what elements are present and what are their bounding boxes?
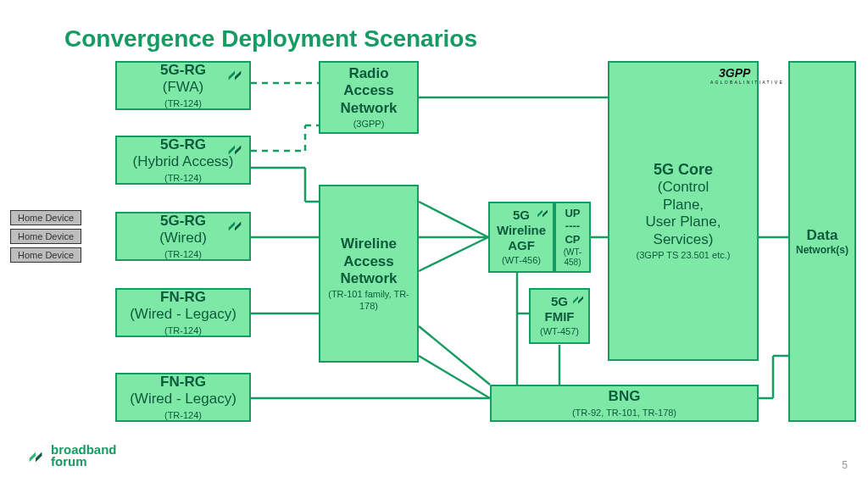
box-5g-rg-fwa: 5G-RG (FWA) (TR-124) bbox=[115, 61, 251, 110]
label: UP bbox=[565, 207, 580, 220]
label: BNG bbox=[609, 388, 641, 405]
box-ran: Radio Access Network (3GPP) bbox=[319, 61, 419, 134]
logo-broadband-forum: broadband forum bbox=[27, 444, 117, 467]
label: 5G bbox=[513, 208, 530, 223]
label: User Plane, bbox=[646, 214, 721, 230]
box-fn-rg-1: FN-RG (Wired - Legacy) (TR-124) bbox=[115, 288, 251, 337]
label: Data bbox=[807, 227, 838, 244]
arrow-icon bbox=[225, 217, 244, 236]
label: (WT-458) bbox=[556, 247, 589, 268]
label: Network bbox=[340, 100, 397, 117]
label: Services) bbox=[654, 231, 714, 248]
label: (3GPP) bbox=[353, 119, 385, 130]
label: Network(s) bbox=[796, 244, 849, 256]
label: 5G-RG bbox=[160, 62, 206, 79]
label: (TR-124) bbox=[164, 249, 202, 260]
svg-line-14 bbox=[419, 326, 490, 385]
label: Radio bbox=[348, 65, 388, 82]
label: AGF bbox=[508, 238, 535, 253]
page-title: Convergence Deployment Scenarios bbox=[64, 25, 477, 53]
box-5g-rg-hybrid: 5G-RG (Hybrid Access) (TR-124) bbox=[115, 136, 251, 185]
label: (TR-124) bbox=[164, 410, 202, 421]
label: (TR-92, TR-101, TR-178) bbox=[572, 408, 676, 419]
label: (TR-101 family, TR-178) bbox=[320, 289, 417, 311]
home-device-1: Home Device bbox=[10, 210, 81, 225]
box-fn-rg-2: FN-RG (Wired - Legacy) (TR-124) bbox=[115, 373, 251, 422]
box-up-cp: UP ---- CP (WT-458) bbox=[554, 202, 591, 273]
label: Plane, bbox=[663, 197, 704, 214]
label: FN-RG bbox=[160, 374, 206, 391]
home-device-2: Home Device bbox=[10, 229, 81, 244]
box-data-networks: Data Network(s) bbox=[788, 61, 856, 422]
arrow-icon bbox=[225, 141, 244, 159]
label: 5G-RG bbox=[160, 213, 206, 230]
box-5g-rg-wired: 5G-RG (Wired) (TR-124) bbox=[115, 212, 251, 261]
label: 5G bbox=[551, 294, 568, 309]
box-wireline-access: Wireline Access Network (TR-101 family, … bbox=[319, 185, 419, 363]
label: (Hybrid Access) bbox=[132, 153, 233, 170]
page-number: 5 bbox=[842, 459, 848, 471]
svg-line-5 bbox=[419, 202, 488, 237]
arrow-icon bbox=[570, 292, 586, 308]
arrow-icon bbox=[225, 66, 244, 85]
label: ---- bbox=[565, 219, 580, 233]
label: (Wired - Legacy) bbox=[130, 306, 236, 323]
label: (TR-124) bbox=[164, 173, 202, 184]
label: (WT-457) bbox=[540, 326, 579, 337]
label: (3GPP TS 23.501 etc.) bbox=[637, 250, 731, 261]
label: Wireline bbox=[497, 223, 546, 238]
label: 5G-RG bbox=[160, 136, 206, 153]
label: (Control bbox=[658, 179, 709, 196]
box-agf: 5G Wireline AGF (WT-456) bbox=[488, 202, 554, 273]
arrow-icon bbox=[27, 446, 46, 465]
label: (WT-456) bbox=[502, 255, 541, 266]
label: 5G Core bbox=[654, 161, 713, 180]
label: (Wired - Legacy) bbox=[130, 391, 236, 408]
label: (FWA) bbox=[163, 79, 203, 96]
box-fmif: 5G FMIF (WT-457) bbox=[529, 288, 590, 344]
label: CP bbox=[565, 233, 580, 247]
home-device-3: Home Device bbox=[10, 247, 81, 263]
label: (TR-124) bbox=[164, 325, 202, 336]
label: (Wired) bbox=[159, 230, 207, 247]
label: Access bbox=[343, 82, 394, 99]
arrow-icon bbox=[535, 206, 550, 221]
label: FMIF bbox=[545, 309, 575, 324]
label: Wireline bbox=[341, 236, 397, 252]
box-bng: BNG (TR-92, TR-101, TR-178) bbox=[490, 385, 759, 422]
logo-3gpp-subtitle: A G L O B A L I N I T I A T I V E bbox=[710, 80, 782, 85]
svg-line-7 bbox=[419, 237, 488, 271]
svg-line-15 bbox=[419, 356, 490, 398]
box-5g-core: 5G Core (Control Plane, User Plane, Serv… bbox=[608, 61, 759, 361]
label: (TR-124) bbox=[164, 98, 202, 109]
label: FN-RG bbox=[160, 289, 206, 306]
label: Access bbox=[343, 253, 394, 270]
logo-3gpp: 3GPP bbox=[719, 66, 750, 80]
logo-text-2: forum bbox=[51, 456, 117, 468]
label: Network bbox=[340, 270, 397, 287]
